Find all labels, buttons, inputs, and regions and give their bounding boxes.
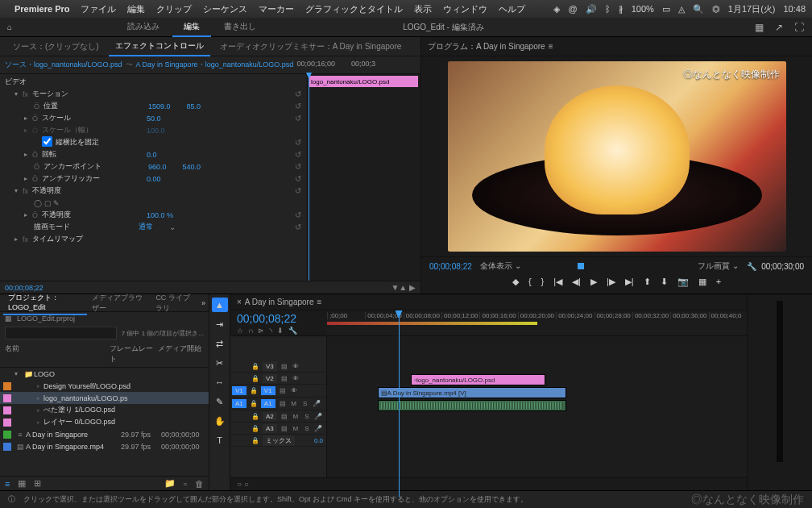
go-in-icon[interactable]: |◀ xyxy=(553,277,562,287)
audio-level-meter xyxy=(777,301,783,462)
effect-filter-icon[interactable]: ▼▲ ▶ xyxy=(391,283,416,292)
maximize-icon[interactable]: ⛶ xyxy=(794,22,804,33)
list-item[interactable]: ▾📁LOGO xyxy=(0,368,209,380)
icon-view-icon[interactable]: ▦ xyxy=(18,478,26,489)
wrench-icon[interactable]: 🔧 xyxy=(747,262,756,271)
at-icon[interactable]: @ xyxy=(568,4,577,14)
new-item-icon[interactable]: ▫ xyxy=(184,479,187,489)
lift-icon[interactable]: ⬆ xyxy=(644,277,651,287)
add-marker-icon[interactable]: ◆ xyxy=(512,277,519,287)
timeline-track-area[interactable]: ▫logo_nantonaku/LOGO.psd ▤A Day in Singa… xyxy=(327,336,747,477)
tools-panel: ▲ ⇥ ⇄ ✂ ↔ ✎ ✋ T xyxy=(209,294,230,490)
ws-tab-import[interactable]: 読み込み xyxy=(116,18,171,37)
menu-edit[interactable]: 編集 xyxy=(127,3,145,15)
wifi-icon[interactable]: ◬ xyxy=(678,4,685,15)
timeline-clip-audio[interactable] xyxy=(378,400,566,411)
timeline-clip[interactable]: ▫logo_nantonaku/LOGO.psd xyxy=(411,374,545,385)
selection-status: 7 個中 1 個の項目が選択さ... xyxy=(122,329,204,338)
project-filename: LOGO_Edit.prproj xyxy=(17,314,75,323)
program-monitor-panel: プログラム：A Day in Singapore≡ ◎なんとなく映像制作 00;… xyxy=(421,37,812,294)
clear-icon[interactable]: 🗑 xyxy=(195,479,204,489)
control-center-icon[interactable]: ⏣ xyxy=(712,4,720,15)
list-item[interactable]: ≡A Day in Singapore29.97 fps00;00;00;00 xyxy=(0,428,209,440)
prop-opacity-grp[interactable]: 不透明度 xyxy=(32,185,129,196)
effect-timeline[interactable]: logo_nantonaku/LOGO.psd xyxy=(306,74,420,281)
pen-tool[interactable]: ✎ xyxy=(212,394,228,409)
window-title: LOGO_Edit - 編集済み xyxy=(403,22,484,33)
timeline-playhead[interactable] xyxy=(399,310,400,497)
hand-tool[interactable]: ✋ xyxy=(212,414,228,428)
menu-file[interactable]: ファイル xyxy=(81,3,116,15)
go-out-icon[interactable]: ▶| xyxy=(625,277,634,287)
menu-window[interactable]: ウィンドウ xyxy=(443,3,487,15)
timeline-timecode[interactable]: 00;00;08;22 xyxy=(237,312,321,325)
prop-antiflicker: アンチフリッカー xyxy=(42,173,139,184)
effect-playhead[interactable] xyxy=(309,74,309,281)
menu-graphics[interactable]: グラフィックとタイトル xyxy=(305,3,403,15)
list-item[interactable]: ▫べた塗り 1/LOGO.psd xyxy=(0,404,209,416)
timeline-clip[interactable]: ▤A Day in Singapore.mp4 [V] xyxy=(378,387,566,398)
list-item[interactable]: ▫レイヤー 0/LOGO.psd xyxy=(0,416,209,428)
tab-effect-controls[interactable]: エフェクトコントロール xyxy=(109,37,210,56)
home-icon[interactable]: ⌂ xyxy=(0,23,19,31)
bluetooth-icon[interactable]: ᛒ xyxy=(605,4,611,14)
list-item[interactable]: ▫logo_nantonaku/LOGO.ps xyxy=(0,392,209,404)
prop-motion[interactable]: モーション xyxy=(32,89,129,99)
program-title: プログラム：A Day in Singapore xyxy=(428,41,545,52)
list-view-icon[interactable]: ≡ xyxy=(5,479,10,489)
tab-audio-mixer[interactable]: オーディオクリップミキサー：A Day in Singapore xyxy=(213,38,408,56)
mark-out-icon[interactable]: } xyxy=(541,277,545,287)
mark-in-icon[interactable]: { xyxy=(528,277,532,287)
search-icon[interactable]: 🔍 xyxy=(693,4,704,15)
prop-rotation: 回転 xyxy=(42,149,139,160)
program-scrubber[interactable] xyxy=(529,264,690,269)
new-bin-icon[interactable]: 📁 xyxy=(164,478,176,489)
program-monitor[interactable]: ◎なんとなく映像制作 xyxy=(421,56,812,256)
track-select-tool[interactable]: ⇥ xyxy=(212,317,228,331)
workspace-menu-icon[interactable]: ▦ xyxy=(755,22,764,33)
menu-marker[interactable]: マーカー xyxy=(259,3,294,15)
project-search-input[interactable] xyxy=(5,327,117,339)
sequence-title[interactable]: A Day in Singapore xyxy=(245,298,314,306)
comparison-icon[interactable]: ▦ xyxy=(698,277,706,287)
ws-tab-edit[interactable]: 編集 xyxy=(172,18,211,37)
timeline-panel: ×A Day in Singapore≡ 00;00;08;22 ☆∩⊳৲⬇🔧 … xyxy=(230,294,748,490)
menu-help[interactable]: ヘルプ xyxy=(499,3,525,15)
reset-icon[interactable]: ↺ xyxy=(295,90,301,98)
time[interactable]: 10:48 xyxy=(783,4,806,14)
button-editor-icon[interactable]: + xyxy=(716,277,721,287)
list-item[interactable]: ▫Design Yourself/LOGO.psd xyxy=(0,380,209,392)
quality-dropdown[interactable]: フル画質 ⌄ xyxy=(698,260,739,272)
aspect-lock-checkbox[interactable] xyxy=(42,136,52,147)
step-fwd-icon[interactable]: |▶ xyxy=(607,277,615,287)
ripple-edit-tool[interactable]: ⇄ xyxy=(212,336,228,351)
step-back-icon[interactable]: ◀| xyxy=(572,277,581,287)
slip-tool[interactable]: ↔ xyxy=(212,375,228,389)
type-tool[interactable]: T xyxy=(212,433,228,448)
timeline-ruler[interactable]: ;00;0000;00;04;0000;00;08;0000;00;12;000… xyxy=(327,310,747,335)
app-name[interactable]: Premiere Pro xyxy=(14,4,69,14)
status-hint: クリックで選択、または選択ツールをドラッグして囲んだ部分を選択します。Shift… xyxy=(23,494,528,505)
freeform-view-icon[interactable]: ⊞ xyxy=(34,478,41,489)
extract-icon[interactable]: ⬇ xyxy=(661,277,668,287)
prop-timeremap[interactable]: タイムリマップ xyxy=(32,234,129,244)
quick-export-icon[interactable]: ↗ xyxy=(775,22,783,33)
menu-sequence[interactable]: シーケンス xyxy=(203,3,247,15)
ws-tab-export[interactable]: 書き出し xyxy=(213,18,267,37)
date[interactable]: 1月17日(火) xyxy=(728,3,776,15)
tab-source[interactable]: ソース：(クリップなし) xyxy=(6,38,106,56)
play-icon[interactable]: ▶ xyxy=(590,277,597,287)
list-item[interactable]: ▤A Day in Singapore.mp429.97 fps00;00;00… xyxy=(0,440,209,452)
menu-view[interactable]: 表示 xyxy=(414,3,432,15)
export-frame-icon[interactable]: 📷 xyxy=(677,277,689,287)
program-tc-current[interactable]: 00;00;08;22 xyxy=(429,262,472,271)
volume-icon[interactable]: 🔊 xyxy=(586,4,597,15)
prop-position: 位置 xyxy=(44,101,140,111)
cc-icon[interactable]: ◈ xyxy=(553,4,560,15)
selection-tool[interactable]: ▲ xyxy=(212,298,228,312)
bt-badge: ∦ xyxy=(619,4,624,15)
razor-tool[interactable]: ✂ xyxy=(212,356,228,370)
menu-clip[interactable]: クリップ xyxy=(156,3,192,15)
zoom-dropdown[interactable]: 全体表示 ⌄ xyxy=(480,260,521,272)
program-tc-duration: 00;00;30;00 xyxy=(761,262,804,271)
